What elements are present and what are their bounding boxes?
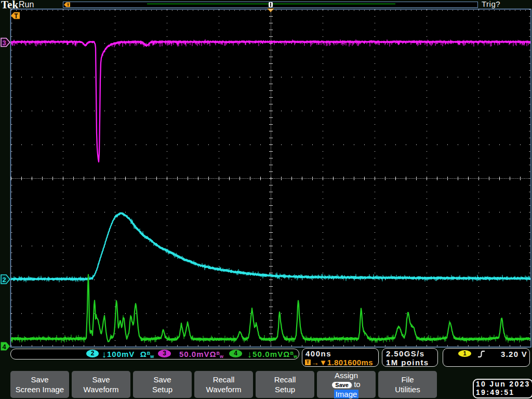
svg-text:2: 2	[2, 276, 6, 284]
svg-text:T: T	[67, 3, 70, 7]
svg-text:T: T	[14, 12, 18, 20]
svg-text:3: 3	[2, 39, 6, 47]
svg-text:4: 4	[2, 343, 6, 351]
